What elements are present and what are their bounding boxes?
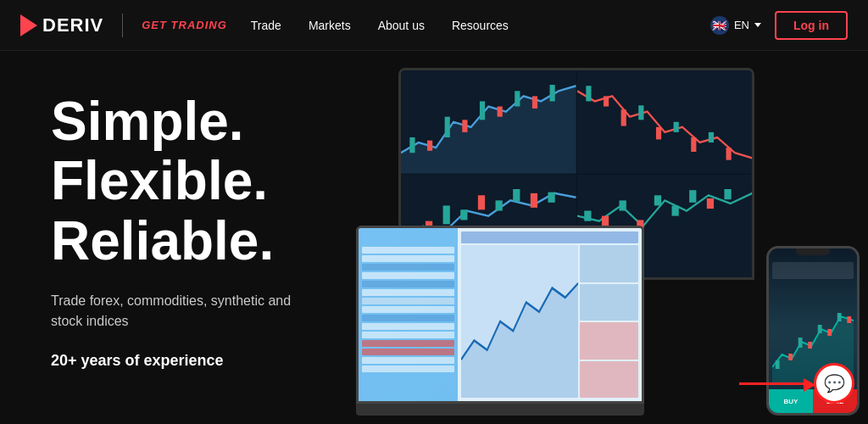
- red-arrow-icon: [739, 382, 807, 385]
- phone-notch: [796, 248, 830, 255]
- nav-right: 🇬🇧 EN Log in: [710, 11, 848, 40]
- svg-rect-4: [480, 101, 485, 120]
- svg-rect-31: [654, 195, 660, 205]
- ls-row-12: [362, 340, 454, 347]
- hero-experience: 20+ years of experience: [51, 352, 364, 370]
- svg-rect-16: [708, 132, 713, 142]
- svg-rect-38: [798, 338, 803, 348]
- svg-rect-3: [462, 120, 467, 132]
- svg-rect-12: [638, 105, 643, 120]
- svg-rect-1: [427, 141, 432, 151]
- ls-row-15: [362, 365, 454, 372]
- flag-icon: 🇬🇧: [710, 16, 729, 35]
- nav-link-resources[interactable]: Resources: [452, 19, 509, 32]
- svg-rect-41: [827, 329, 832, 336]
- chart-svg-1: [401, 70, 576, 174]
- get-trading-label: GET TRADING: [142, 19, 227, 31]
- svg-rect-25: [531, 192, 537, 207]
- lm-side-panels: [580, 245, 638, 398]
- svg-rect-43: [847, 316, 851, 323]
- nav-link-markets[interactable]: Markets: [309, 19, 351, 32]
- svg-rect-24: [513, 189, 520, 202]
- lm-header: [461, 232, 638, 243]
- svg-rect-39: [808, 342, 812, 349]
- logo-area: DERIV GET TRADING: [20, 14, 227, 37]
- language-selector[interactable]: 🇬🇧 EN: [710, 16, 761, 35]
- svg-rect-21: [460, 209, 467, 220]
- hero-right: BUY SELL 💬: [364, 51, 868, 424]
- svg-rect-5: [498, 107, 503, 117]
- svg-rect-11: [620, 109, 626, 126]
- svg-rect-35: [724, 189, 731, 199]
- svg-rect-15: [691, 137, 696, 152]
- svg-rect-7: [532, 96, 537, 109]
- laptop-screen: [359, 228, 642, 401]
- svg-rect-40: [818, 325, 822, 333]
- svg-rect-8: [550, 85, 555, 101]
- laptop-sidebar-header: [362, 232, 454, 245]
- nav-links: Trade Markets About us Resources: [251, 19, 710, 32]
- ls-row-4: [362, 272, 454, 279]
- hero-headline: Simple. Flexible. Reliable.: [51, 92, 364, 271]
- laptop-chart-svg: [461, 245, 578, 398]
- device-laptop: [356, 226, 644, 416]
- lm-main-area: [461, 245, 578, 398]
- lm-panel-4: [580, 361, 638, 399]
- chat-button[interactable]: 💬: [814, 363, 854, 404]
- nav-link-trade[interactable]: Trade: [251, 19, 281, 32]
- svg-rect-33: [689, 190, 696, 203]
- svg-rect-20: [443, 205, 450, 224]
- logo-text: DERIV: [42, 14, 103, 36]
- headline-line3: Reliable.: [51, 211, 364, 271]
- logo[interactable]: DERIV: [20, 14, 103, 36]
- login-button[interactable]: Log in: [775, 11, 848, 40]
- ls-row-2: [362, 255, 454, 262]
- hero-subtext: Trade forex, commodities, synthetic and …: [51, 291, 305, 332]
- svg-rect-42: [837, 313, 842, 321]
- hero-left: Simple. Flexible. Reliable. Trade forex,…: [0, 51, 364, 424]
- chart-panel-1: [401, 70, 576, 174]
- nav-divider: [122, 14, 123, 37]
- phone-header: [772, 262, 854, 279]
- chart-svg-2: [577, 70, 753, 174]
- lm-content: [461, 245, 638, 398]
- laptop-base: [356, 404, 644, 416]
- chevron-down-icon: [754, 23, 761, 27]
- svg-rect-10: [603, 96, 608, 106]
- hero-section: Simple. Flexible. Reliable. Trade forex,…: [0, 51, 868, 424]
- ls-row-10: [362, 323, 454, 330]
- laptop-table: [359, 228, 642, 401]
- svg-rect-17: [726, 148, 731, 160]
- svg-rect-37: [788, 354, 793, 360]
- svg-rect-34: [706, 198, 713, 208]
- laptop-main: [458, 228, 642, 401]
- lm-panel-2: [580, 284, 638, 321]
- ls-row-13: [362, 349, 454, 355]
- ls-row-5: [362, 281, 454, 287]
- svg-rect-26: [548, 192, 554, 202]
- ls-row-8: [362, 306, 454, 313]
- navbar: DERIV GET TRADING Trade Markets About us…: [0, 0, 868, 51]
- svg-rect-2: [445, 117, 450, 137]
- laptop-sidebar: [359, 228, 458, 401]
- svg-rect-14: [673, 122, 678, 132]
- ls-row-11: [362, 332, 454, 338]
- svg-rect-27: [584, 210, 591, 220]
- lm-panel-1: [580, 245, 638, 282]
- svg-rect-9: [586, 86, 591, 101]
- lm-panel-3: [580, 322, 638, 360]
- ls-row-14: [362, 357, 454, 364]
- lang-text: EN: [734, 19, 749, 31]
- deriv-chevron-icon: [20, 14, 37, 36]
- svg-rect-6: [515, 91, 520, 106]
- svg-rect-22: [478, 195, 485, 209]
- chat-icon: 💬: [824, 373, 845, 393]
- svg-rect-32: [671, 205, 678, 215]
- headline-line2: Flexible.: [51, 151, 364, 210]
- ls-row-7: [362, 298, 454, 304]
- ls-row-3: [362, 264, 454, 271]
- nav-link-about[interactable]: About us: [378, 19, 425, 32]
- svg-rect-0: [409, 137, 415, 153]
- chart-panel-2: [577, 70, 753, 174]
- svg-rect-13: [655, 127, 660, 140]
